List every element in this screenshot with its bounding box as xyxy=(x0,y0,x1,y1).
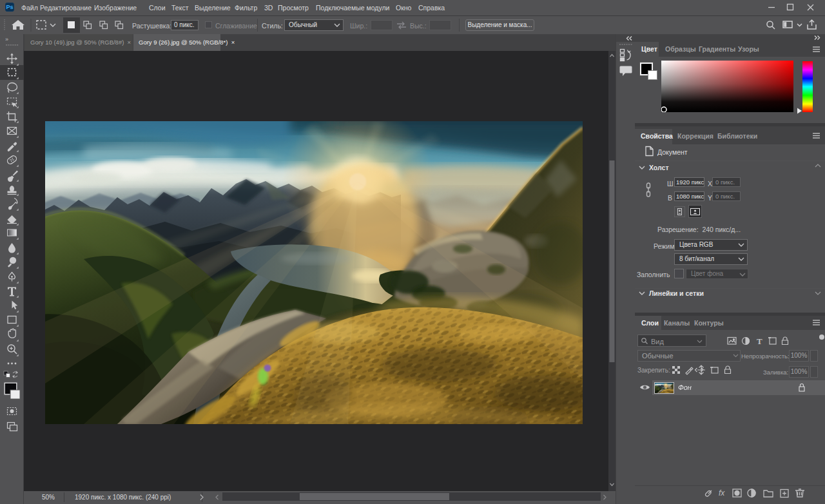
svg-text:»: » xyxy=(5,36,8,43)
svg-text:T: T xyxy=(757,336,762,346)
svg-text:fx: fx xyxy=(719,489,725,498)
